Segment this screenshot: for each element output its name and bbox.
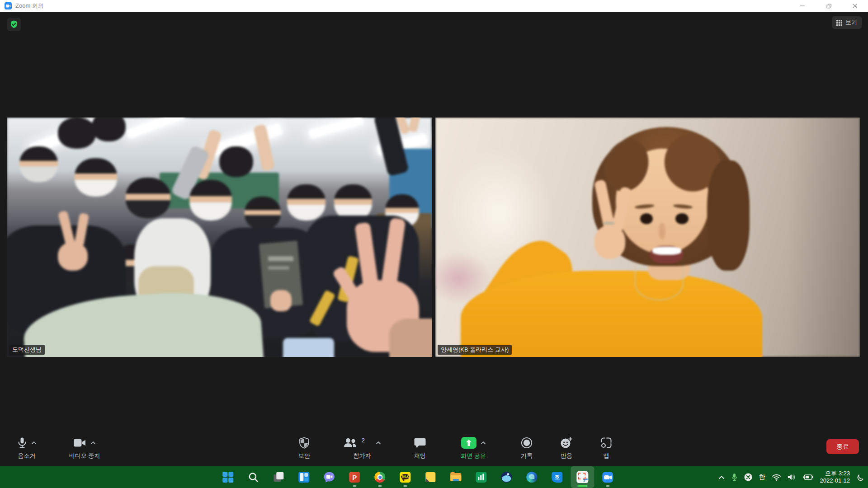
teams-chat-icon: [323, 471, 335, 483]
clock-date: 2022-01-12: [820, 477, 850, 484]
window-titlebar: Zoom 회의: [0, 0, 868, 12]
record-icon: [521, 437, 533, 449]
participants-options-chevron[interactable]: [376, 441, 381, 445]
stop-video-label: 비디오 중지: [69, 452, 100, 460]
whale-browser-icon: [500, 471, 512, 483]
record-label: 기록: [521, 452, 533, 460]
powerpoint-button[interactable]: P: [343, 466, 366, 488]
share-screen-icon: [461, 436, 477, 449]
task-view-button[interactable]: [267, 466, 290, 488]
volume-icon[interactable]: [788, 474, 796, 481]
video-tile-classroom[interactable]: 도덕선생님: [7, 117, 432, 357]
chat-label: 채팅: [414, 452, 426, 460]
participant-name-label: 도덕선생님: [9, 345, 45, 355]
focus-assist-moon-icon[interactable]: [857, 474, 864, 481]
chat-bubble-icon: [414, 437, 426, 448]
whale-browser-button[interactable]: [495, 466, 518, 488]
stock-chart-icon: [475, 471, 487, 483]
participants-icon: [343, 437, 358, 448]
tray-status-x-icon[interactable]: [744, 473, 752, 481]
teacher-video-scene: [435, 117, 860, 357]
wifi-icon[interactable]: [772, 474, 781, 481]
sticky-notes-icon: [425, 471, 436, 483]
windows-taskbar: P TALK: [0, 466, 868, 488]
tray-overflow-chevron[interactable]: [718, 475, 725, 479]
share-options-chevron[interactable]: [481, 441, 486, 445]
kakaotalk-icon: TALK: [399, 471, 411, 483]
chrome-button[interactable]: [368, 466, 392, 488]
end-meeting-button[interactable]: 종료: [826, 439, 859, 454]
security-label: 보안: [298, 452, 310, 460]
hancom-hwp-button[interactable]: 호: [545, 466, 569, 488]
shield-check-icon: [9, 20, 19, 29]
security-shield-icon: [299, 437, 310, 449]
edge-icon: [526, 471, 538, 483]
reactions-smiley-icon: [560, 437, 573, 449]
stock-chart-button[interactable]: [469, 466, 493, 488]
edge-button[interactable]: [520, 466, 543, 488]
classroom-video-scene: [7, 117, 432, 357]
widgets-icon: [298, 471, 310, 483]
file-explorer-button[interactable]: [444, 466, 467, 488]
widgets-button[interactable]: [292, 466, 316, 488]
end-meeting-label: 종료: [836, 443, 849, 451]
share-screen-label: 화면 공유: [461, 452, 486, 460]
chat-button[interactable]: 채팅: [404, 432, 436, 460]
meeting-security-badge[interactable]: [7, 18, 21, 31]
video-grid: 도덕선생님: [7, 117, 860, 357]
microphone-icon: [17, 437, 28, 449]
file-explorer-icon: [450, 471, 462, 483]
windows-start-icon: [222, 471, 234, 483]
restore-button[interactable]: [816, 0, 842, 12]
chrome-icon: [374, 471, 386, 483]
battery-icon[interactable]: [802, 474, 813, 480]
participants-button[interactable]: 2 참가자: [328, 432, 396, 460]
screen-capture-icon: ✂: [576, 471, 588, 483]
security-button[interactable]: 보안: [288, 432, 320, 460]
tray-microphone-icon[interactable]: [731, 473, 737, 481]
zoom-taskbar-icon: [602, 471, 613, 483]
participant-name-label: 양세영(KB 폴라리스 교사): [438, 345, 512, 355]
screen-capture-button[interactable]: ✂: [571, 466, 594, 488]
task-view-icon: [273, 471, 284, 483]
search-icon: [247, 471, 259, 483]
taskbar-search-button[interactable]: [241, 466, 265, 488]
view-button-label: 보기: [845, 19, 857, 27]
apps-button[interactable]: 앱: [590, 432, 622, 460]
apps-label: 앱: [604, 452, 609, 460]
stop-video-button[interactable]: 비디오 중지: [60, 432, 109, 460]
clock-time: 오후 3:23: [820, 470, 850, 477]
video-options-chevron[interactable]: [90, 441, 96, 445]
close-button[interactable]: [842, 0, 868, 12]
meeting-area: 보기: [0, 12, 868, 466]
reactions-label: 반응: [561, 452, 572, 460]
minimize-button[interactable]: [789, 0, 816, 12]
ime-language-indicator[interactable]: 한: [759, 473, 765, 481]
reactions-button[interactable]: 반응: [551, 432, 582, 460]
apps-icon: [600, 437, 612, 449]
video-tile-teacher[interactable]: 양세영(KB 폴라리스 교사): [435, 117, 860, 357]
zoom-app-icon: [5, 2, 12, 9]
windows-start-button[interactable]: [216, 466, 240, 488]
participants-label: 참가자: [354, 452, 371, 460]
video-camera-icon: [73, 438, 87, 448]
teams-chat-button[interactable]: [317, 466, 341, 488]
taskbar-clock[interactable]: 오후 3:23 2022-01-12: [820, 470, 850, 485]
sticky-notes-button[interactable]: [419, 466, 442, 488]
kakaotalk-button[interactable]: TALK: [393, 466, 417, 488]
window-title: Zoom 회의: [15, 2, 44, 10]
share-screen-button[interactable]: 화면 공유: [444, 432, 503, 460]
grid-view-icon: [836, 20, 842, 26]
hancom-hwp-icon: 호: [551, 471, 563, 483]
record-button[interactable]: 기록: [511, 432, 542, 460]
mute-label: 음소거: [18, 452, 36, 460]
view-button[interactable]: 보기: [832, 16, 862, 29]
meeting-toolbar: 음소거 비디오 중지: [0, 431, 868, 466]
powerpoint-icon: P: [349, 471, 360, 483]
mute-button[interactable]: 음소거: [7, 432, 46, 460]
zoom-taskbar-button[interactable]: [596, 466, 619, 488]
participants-count: 2: [361, 437, 364, 444]
mute-options-chevron[interactable]: [31, 441, 37, 445]
